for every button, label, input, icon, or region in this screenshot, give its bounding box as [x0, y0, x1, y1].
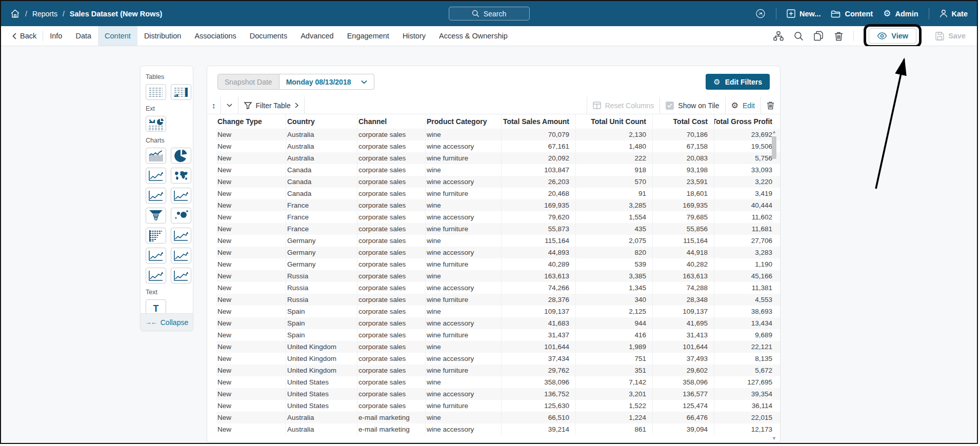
- tab-info[interactable]: Info: [43, 26, 69, 46]
- tab-engagement[interactable]: Engagement: [341, 26, 396, 46]
- hbar-chart-icon[interactable]: [146, 228, 166, 244]
- line-chart-icon[interactable]: [146, 168, 166, 184]
- show-on-tile-toggle[interactable]: Show on Tile: [660, 97, 725, 114]
- new-label: New...: [799, 10, 821, 18]
- table-highlight-icon[interactable]: [171, 84, 191, 100]
- breadcrumb: / Reports / Sales Dataset (New Rows): [10, 9, 162, 18]
- table-cell: 91: [576, 188, 653, 199]
- table-cell: corporate sales: [357, 282, 426, 294]
- content-button[interactable]: Content: [831, 10, 873, 18]
- table-cell: 115,164: [502, 235, 576, 247]
- sitemap-icon[interactable]: [773, 31, 784, 41]
- snapshot-date-dropdown[interactable]: Monday 08/13/2018: [279, 74, 375, 90]
- table-cell: 20,468: [502, 188, 576, 199]
- table-cell: 1,224: [576, 412, 653, 423]
- filter-table-button[interactable]: Filter Table: [238, 97, 304, 114]
- tab-documents[interactable]: Documents: [243, 26, 294, 46]
- column-header[interactable]: Product Category: [426, 114, 502, 129]
- column-header[interactable]: Total Cost: [653, 114, 714, 129]
- ext-report-icon[interactable]: [146, 116, 166, 132]
- table-cell: 3,220: [714, 176, 778, 188]
- column-header[interactable]: Total Gross Profit: [714, 114, 778, 129]
- text-icon[interactable]: T: [146, 299, 166, 313]
- table-cell: wine: [426, 235, 502, 247]
- scrollbar-thumb[interactable]: [772, 136, 776, 159]
- line-chart-icon[interactable]: [146, 248, 166, 263]
- table-cell: wine furniture: [426, 152, 502, 164]
- table-cell: 70,079: [502, 129, 576, 140]
- tab-history[interactable]: History: [396, 26, 432, 46]
- line-chart-icon[interactable]: [171, 248, 191, 263]
- line-chart-icon[interactable]: [171, 188, 191, 204]
- edit-filters-button[interactable]: ⚙ Edit Filters: [706, 74, 770, 90]
- user-menu[interactable]: Kate: [939, 9, 968, 18]
- table-cell: wine: [426, 270, 502, 282]
- line-chart-icon[interactable]: [171, 228, 191, 244]
- table-cell: 28,348: [653, 294, 714, 306]
- line-chart-icon[interactable]: [146, 268, 166, 283]
- table-row: NewFrancecorporate saleswine furniture55…: [216, 223, 780, 235]
- table-row: NewSpaincorporate saleswine furniture31,…: [216, 329, 780, 341]
- divider: [929, 8, 929, 19]
- table-icon[interactable]: [146, 84, 166, 100]
- tab-access-ownership[interactable]: Access & Ownership: [432, 26, 514, 46]
- map-chart-icon[interactable]: [171, 168, 191, 184]
- table-cell: France: [286, 223, 357, 235]
- admin-button[interactable]: ⚙ Admin: [883, 9, 918, 18]
- search-icon[interactable]: [793, 31, 804, 41]
- back-button[interactable]: Back: [6, 26, 43, 46]
- breadcrumb-reports[interactable]: Reports: [32, 10, 57, 18]
- global-search[interactable]: Search: [449, 7, 530, 21]
- pie-chart-icon[interactable]: [171, 148, 191, 164]
- vertical-scrollbar[interactable]: ▲ ▼: [771, 129, 777, 442]
- table-cell: wine: [426, 412, 502, 423]
- edit-label: Edit: [743, 102, 755, 110]
- column-menu-toggle[interactable]: [221, 97, 238, 114]
- row-height-toggle[interactable]: ↕: [207, 97, 221, 114]
- tab-associations[interactable]: Associations: [188, 26, 243, 46]
- table-cell: corporate sales: [357, 176, 426, 188]
- column-header[interactable]: Channel: [357, 114, 426, 129]
- sparkle-circle-icon[interactable]: [755, 9, 766, 19]
- table-row: NewRussiacorporate saleswine furniture28…: [216, 294, 780, 306]
- line-chart-icon[interactable]: [171, 268, 191, 283]
- line-chart-icon[interactable]: [146, 188, 166, 204]
- checkbox-checked-icon[interactable]: [666, 102, 674, 110]
- table-cell: 66,476: [653, 412, 714, 423]
- table-cell: 101,644: [653, 341, 714, 353]
- column-header[interactable]: Total Sales Amount: [502, 114, 576, 129]
- table-cell: United States: [286, 400, 357, 412]
- tab-advanced[interactable]: Advanced: [294, 26, 341, 46]
- tab-data[interactable]: Data: [69, 26, 98, 46]
- table-cell: 222: [576, 152, 653, 164]
- new-button[interactable]: New...: [787, 9, 821, 18]
- table-cell: 1,989: [576, 341, 653, 353]
- view-button[interactable]: View: [869, 28, 916, 44]
- scroll-down-arrow[interactable]: ▼: [771, 435, 777, 441]
- trash-icon[interactable]: [833, 31, 844, 41]
- table-cell: 340: [576, 294, 653, 306]
- table-cell: 169,935: [502, 199, 576, 211]
- snapshot-date-control[interactable]: Snapshot Date Monday 08/13/2018: [217, 74, 374, 90]
- tab-content[interactable]: Content: [98, 26, 137, 46]
- table-cell: 44,893: [502, 247, 576, 258]
- table-cell: 41,695: [653, 317, 714, 329]
- combo-chart-icon[interactable]: [146, 148, 166, 164]
- column-header[interactable]: Change Type: [216, 114, 286, 129]
- save-button[interactable]: Save: [931, 29, 970, 44]
- column-header[interactable]: Total Unit Count: [576, 114, 653, 129]
- table-cell: corporate sales: [357, 400, 426, 412]
- edit-table-button[interactable]: ⚙ Edit: [726, 97, 761, 114]
- home-icon[interactable]: [10, 9, 20, 18]
- table-cell: 33,093: [714, 164, 778, 176]
- data-table: Change TypeCountryChannelProduct Categor…: [207, 114, 780, 442]
- scroll-up-arrow[interactable]: ▲: [771, 129, 777, 135]
- collapse-button[interactable]: →← Collapse: [141, 313, 193, 331]
- tab-distribution[interactable]: Distribution: [137, 26, 188, 46]
- reset-columns-button[interactable]: Reset Columns: [587, 97, 660, 114]
- column-header[interactable]: Country: [286, 114, 357, 129]
- copy-icon[interactable]: [813, 31, 824, 41]
- funnel-chart-icon[interactable]: [146, 208, 166, 224]
- bubble-chart-icon[interactable]: [171, 208, 191, 224]
- delete-table-button[interactable]: [761, 97, 780, 114]
